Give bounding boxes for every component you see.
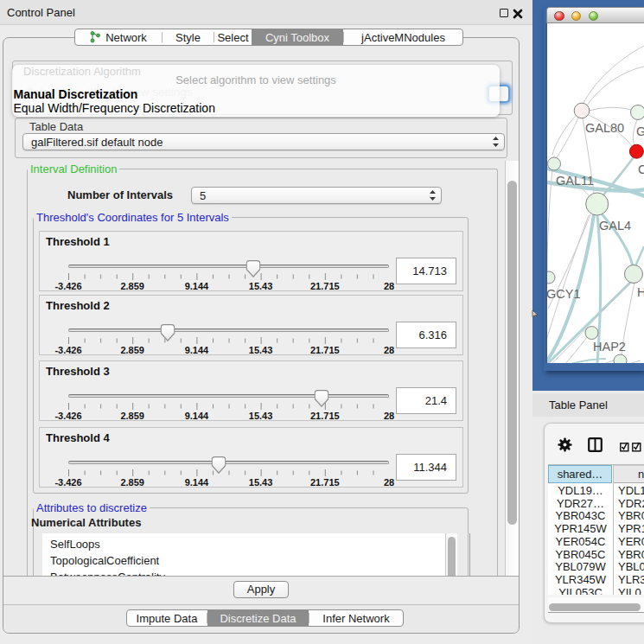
svg-text:GCY1: GCY1 [547,287,581,301]
svg-text:C: C [638,163,644,176]
svg-text:H: H [637,285,644,299]
svg-text:GAL80: GAL80 [585,121,624,135]
svg-text:GAL4: GAL4 [599,219,631,233]
svg-text:HAP2: HAP2 [593,340,626,354]
svg-text:GAL11: GAL11 [556,174,594,188]
svg-text:GAL: GAL [636,124,644,138]
